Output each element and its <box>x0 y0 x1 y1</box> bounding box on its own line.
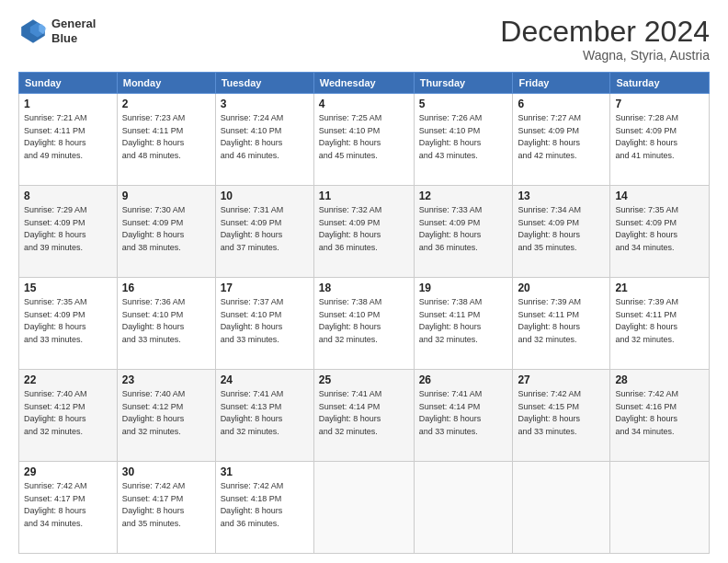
column-header-friday: Friday <box>513 73 610 94</box>
day-info: Sunrise: 7:40 AM Sunset: 4:12 PM Dayligh… <box>122 388 210 438</box>
day-info: Sunrise: 7:27 AM Sunset: 4:09 PM Dayligh… <box>518 112 605 162</box>
day-number: 28 <box>615 373 704 386</box>
day-info: Sunrise: 7:23 AM Sunset: 4:11 PM Dayligh… <box>122 112 210 162</box>
day-info: Sunrise: 7:39 AM Sunset: 4:11 PM Dayligh… <box>518 296 605 346</box>
calendar-cell: 31Sunrise: 7:42 AM Sunset: 4:18 PM Dayli… <box>215 462 313 554</box>
day-number: 10 <box>221 190 309 202</box>
day-info: Sunrise: 7:42 AM Sunset: 4:15 PM Dayligh… <box>518 388 605 438</box>
calendar-cell: 27Sunrise: 7:42 AM Sunset: 4:15 PM Dayli… <box>513 370 610 462</box>
day-info: Sunrise: 7:29 AM Sunset: 4:09 PM Dayligh… <box>24 204 112 254</box>
calendar-cell: 5Sunrise: 7:26 AM Sunset: 4:10 PM Daylig… <box>414 94 513 186</box>
day-info: Sunrise: 7:41 AM Sunset: 4:13 PM Dayligh… <box>221 388 309 438</box>
calendar-cell: 7Sunrise: 7:28 AM Sunset: 4:09 PM Daylig… <box>610 94 710 186</box>
header: General Blue December 2024 Wagna, Styria… <box>18 17 710 63</box>
calendar-week-row: 8Sunrise: 7:29 AM Sunset: 4:09 PM Daylig… <box>19 186 710 278</box>
column-header-saturday: Saturday <box>610 73 710 94</box>
day-info: Sunrise: 7:36 AM Sunset: 4:10 PM Dayligh… <box>122 296 210 346</box>
day-number: 30 <box>122 465 210 478</box>
day-number: 26 <box>419 373 508 386</box>
calendar-header-row: SundayMondayTuesdayWednesdayThursdayFrid… <box>19 73 710 94</box>
day-info: Sunrise: 7:35 AM Sunset: 4:09 PM Dayligh… <box>24 296 112 346</box>
calendar-cell <box>313 462 414 554</box>
day-info: Sunrise: 7:39 AM Sunset: 4:11 PM Dayligh… <box>615 296 704 346</box>
calendar-cell <box>513 462 610 554</box>
calendar-cell: 8Sunrise: 7:29 AM Sunset: 4:09 PM Daylig… <box>19 186 118 278</box>
calendar-cell: 9Sunrise: 7:30 AM Sunset: 4:09 PM Daylig… <box>117 186 215 278</box>
day-info: Sunrise: 7:25 AM Sunset: 4:10 PM Dayligh… <box>319 112 409 162</box>
day-number: 21 <box>615 282 704 294</box>
day-info: Sunrise: 7:41 AM Sunset: 4:14 PM Dayligh… <box>419 388 508 438</box>
calendar-cell: 13Sunrise: 7:34 AM Sunset: 4:09 PM Dayli… <box>513 186 610 278</box>
calendar-cell: 30Sunrise: 7:42 AM Sunset: 4:17 PM Dayli… <box>117 462 215 554</box>
day-info: Sunrise: 7:42 AM Sunset: 4:18 PM Dayligh… <box>221 480 309 530</box>
day-info: Sunrise: 7:28 AM Sunset: 4:09 PM Dayligh… <box>615 112 704 162</box>
day-number: 18 <box>319 282 409 294</box>
day-number: 8 <box>24 190 112 202</box>
calendar-cell: 12Sunrise: 7:33 AM Sunset: 4:09 PM Dayli… <box>414 186 513 278</box>
calendar-cell: 22Sunrise: 7:40 AM Sunset: 4:12 PM Dayli… <box>19 370 118 462</box>
day-number: 24 <box>221 373 309 386</box>
calendar-cell: 11Sunrise: 7:32 AM Sunset: 4:09 PM Dayli… <box>313 186 414 278</box>
calendar-cell: 26Sunrise: 7:41 AM Sunset: 4:14 PM Dayli… <box>414 370 513 462</box>
day-info: Sunrise: 7:26 AM Sunset: 4:10 PM Dayligh… <box>419 112 508 162</box>
day-number: 25 <box>319 373 409 386</box>
calendar-cell: 3Sunrise: 7:24 AM Sunset: 4:10 PM Daylig… <box>215 94 313 186</box>
day-info: Sunrise: 7:42 AM Sunset: 4:17 PM Dayligh… <box>122 480 210 530</box>
day-number: 5 <box>419 98 508 110</box>
calendar-cell: 16Sunrise: 7:36 AM Sunset: 4:10 PM Dayli… <box>117 278 215 370</box>
day-number: 9 <box>122 190 210 202</box>
month-title: December 2024 <box>500 17 710 46</box>
calendar-cell: 1Sunrise: 7:21 AM Sunset: 4:11 PM Daylig… <box>19 94 118 186</box>
calendar-table: SundayMondayTuesdayWednesdayThursdayFrid… <box>18 72 710 554</box>
calendar-cell: 29Sunrise: 7:42 AM Sunset: 4:17 PM Dayli… <box>19 462 118 554</box>
logo-text: General Blue <box>51 17 96 45</box>
calendar-cell: 10Sunrise: 7:31 AM Sunset: 4:09 PM Dayli… <box>215 186 313 278</box>
day-number: 14 <box>615 190 704 202</box>
day-info: Sunrise: 7:24 AM Sunset: 4:10 PM Dayligh… <box>221 112 309 162</box>
day-info: Sunrise: 7:42 AM Sunset: 4:17 PM Dayligh… <box>24 480 112 530</box>
day-info: Sunrise: 7:32 AM Sunset: 4:09 PM Dayligh… <box>319 204 409 254</box>
title-block: December 2024 Wagna, Styria, Austria <box>500 17 710 63</box>
day-info: Sunrise: 7:42 AM Sunset: 4:16 PM Dayligh… <box>615 388 704 438</box>
calendar-cell <box>414 462 513 554</box>
day-number: 15 <box>24 282 112 294</box>
calendar-cell: 20Sunrise: 7:39 AM Sunset: 4:11 PM Dayli… <box>513 278 610 370</box>
day-info: Sunrise: 7:33 AM Sunset: 4:09 PM Dayligh… <box>419 204 508 254</box>
calendar-cell: 2Sunrise: 7:23 AM Sunset: 4:11 PM Daylig… <box>117 94 215 186</box>
day-info: Sunrise: 7:35 AM Sunset: 4:09 PM Dayligh… <box>615 204 704 254</box>
day-info: Sunrise: 7:38 AM Sunset: 4:10 PM Dayligh… <box>319 296 409 346</box>
day-number: 31 <box>221 465 309 478</box>
day-number: 11 <box>319 190 409 202</box>
location-subtitle: Wagna, Styria, Austria <box>500 48 710 63</box>
page: General Blue December 2024 Wagna, Styria… <box>0 0 728 563</box>
day-number: 23 <box>122 373 210 386</box>
day-number: 7 <box>615 98 704 110</box>
calendar-cell: 4Sunrise: 7:25 AM Sunset: 4:10 PM Daylig… <box>313 94 414 186</box>
calendar-week-row: 22Sunrise: 7:40 AM Sunset: 4:12 PM Dayli… <box>19 370 710 462</box>
calendar-cell: 19Sunrise: 7:38 AM Sunset: 4:11 PM Dayli… <box>414 278 513 370</box>
day-number: 19 <box>419 282 508 294</box>
column-header-thursday: Thursday <box>414 73 513 94</box>
day-info: Sunrise: 7:30 AM Sunset: 4:09 PM Dayligh… <box>122 204 210 254</box>
calendar-cell: 14Sunrise: 7:35 AM Sunset: 4:09 PM Dayli… <box>610 186 710 278</box>
calendar-cell: 18Sunrise: 7:38 AM Sunset: 4:10 PM Dayli… <box>313 278 414 370</box>
day-number: 16 <box>122 282 210 294</box>
calendar-week-row: 1Sunrise: 7:21 AM Sunset: 4:11 PM Daylig… <box>19 94 710 186</box>
day-number: 27 <box>518 373 605 386</box>
column-header-sunday: Sunday <box>19 73 118 94</box>
calendar-week-row: 29Sunrise: 7:42 AM Sunset: 4:17 PM Dayli… <box>19 462 710 554</box>
logo: General Blue <box>18 17 96 46</box>
day-number: 3 <box>221 98 309 110</box>
calendar-cell: 15Sunrise: 7:35 AM Sunset: 4:09 PM Dayli… <box>19 278 118 370</box>
day-info: Sunrise: 7:41 AM Sunset: 4:14 PM Dayligh… <box>319 388 409 438</box>
column-header-wednesday: Wednesday <box>313 73 414 94</box>
day-number: 17 <box>221 282 309 294</box>
calendar-cell: 23Sunrise: 7:40 AM Sunset: 4:12 PM Dayli… <box>117 370 215 462</box>
calendar-cell: 6Sunrise: 7:27 AM Sunset: 4:09 PM Daylig… <box>513 94 610 186</box>
calendar-week-row: 15Sunrise: 7:35 AM Sunset: 4:09 PM Dayli… <box>19 278 710 370</box>
calendar-cell <box>610 462 710 554</box>
calendar-cell: 24Sunrise: 7:41 AM Sunset: 4:13 PM Dayli… <box>215 370 313 462</box>
logo-icon <box>18 17 48 46</box>
calendar-cell: 25Sunrise: 7:41 AM Sunset: 4:14 PM Dayli… <box>313 370 414 462</box>
day-info: Sunrise: 7:37 AM Sunset: 4:10 PM Dayligh… <box>221 296 309 346</box>
